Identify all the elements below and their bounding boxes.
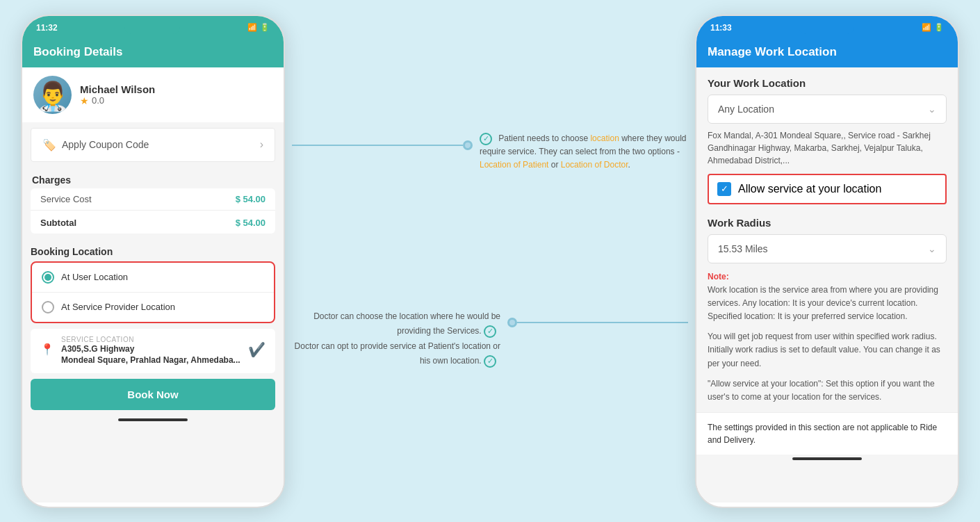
left-time: 11:32 (36, 23, 58, 33)
charges-card: Service Cost $ 54.00 Subtotal $ 54.00 (31, 188, 275, 234)
coupon-chevron: › (260, 138, 263, 151)
right-header-title: Manage Work Location (708, 45, 837, 59)
annotation-bottom-line1: Doctor can choose the location where he … (292, 309, 500, 339)
note-line1: Work location is the service area from w… (708, 284, 947, 324)
charges-container: Charges Service Cost $ 54.00 Subtotal $ … (22, 168, 284, 234)
coupon-label: Apply Coupon Code (62, 139, 149, 150)
connector-line-top-left (292, 145, 463, 146)
location-options: At User Location At Service Provider Loc… (31, 261, 275, 323)
wifi-icon: 📶 (247, 23, 257, 32)
radio-provider-location[interactable] (42, 301, 54, 313)
service-location-info: SERVICE LOCATION A305,S.G Highway Mondea… (61, 336, 240, 367)
note-line2: You will get job request from user withi… (708, 330, 947, 370)
bottom-annotation-text: Doctor can choose the location where he … (292, 309, 500, 369)
allow-checkbox[interactable]: ✓ (717, 182, 731, 196)
top-annotation: ✓ Patient needs to choose location where… (292, 132, 688, 172)
radio-user-location[interactable] (42, 271, 54, 284)
avatar-image: 👨‍⚕️ (33, 76, 72, 114)
service-location-address1: A305,S.G Highway (61, 343, 240, 355)
service-cost-row: Service Cost $ 54.00 (31, 188, 275, 210)
work-location-address: Fox Mandal, A-301 Mondeal Square,, Servi… (708, 129, 947, 167)
right-status-bar: 11:33 📶 🔋 (696, 16, 958, 37)
right-notch (799, 22, 854, 34)
left-back-arrow[interactable]: ← (33, 44, 46, 59)
location-pin-icon: 📍 (40, 343, 54, 356)
work-location-title: Your Work Location (696, 67, 958, 95)
location-dropdown[interactable]: Any Location ⌄ (708, 95, 947, 124)
right-app-header: ← Manage Work Location (696, 37, 958, 67)
location-check-icon: ✔️ (248, 341, 266, 358)
check-circle-bottom2: ✓ (484, 355, 496, 368)
note-title: Note: (708, 270, 947, 284)
work-radius-title: Work Radius (696, 211, 958, 234)
note-line3: "Allow service at your location": Set th… (708, 377, 947, 404)
radius-chevron: ⌄ (928, 243, 936, 254)
annotation-top-line1: Patient needs to choose location where t… (480, 133, 687, 170)
home-indicator (118, 418, 188, 421)
right-phone-content: Your Work Location Any Location ⌄ Fox Ma… (696, 67, 958, 503)
subtotal-value: $ 54.00 (236, 218, 266, 228)
coupon-icon: 🏷️ (42, 138, 56, 152)
profile-info: Michael Wilson ★ 0.0 (80, 83, 155, 106)
left-phone-content: 👨‍⚕️ Michael Wilson ★ 0.0 🏷️ Apply Coupo… (22, 67, 284, 503)
right-battery-icon: 🔋 (934, 23, 944, 32)
service-location-label: SERVICE LOCATION (61, 336, 240, 343)
left-status-icons: 📶 🔋 (247, 23, 270, 32)
user-location-label: At User Location (61, 272, 128, 282)
connector-line-bottom-right (517, 322, 688, 323)
annotation-bottom-line2: Doctor can opt to provide service at Pat… (292, 339, 500, 369)
right-phone: 11:33 📶 🔋 ← Manage Work Location Your Wo… (695, 15, 959, 508)
check-circle-top: ✓ (480, 133, 492, 145)
avatar: 👨‍⚕️ (33, 76, 72, 114)
service-cost-label: Service Cost (40, 194, 92, 204)
service-cost-value: $ 54.00 (236, 194, 266, 204)
left-phone: 11:32 📶 🔋 ← Booking Details 👨‍⚕️ Michael… (21, 15, 285, 508)
battery-icon: 🔋 (260, 23, 270, 32)
left-status-bar: 11:32 📶 🔋 (22, 16, 284, 37)
rating-value: 0.0 (92, 95, 104, 106)
subtotal-row: Subtotal $ 54.00 (31, 210, 275, 234)
right-time: 11:33 (710, 23, 732, 33)
right-status-icons: 📶 🔋 (922, 23, 944, 32)
charges-title: Charges (22, 168, 284, 188)
doctor-name: Michael Wilson (80, 83, 155, 95)
radius-dropdown[interactable]: 15.53 Miles ⌄ (708, 234, 947, 263)
right-wifi-icon: 📶 (922, 23, 931, 32)
option-user-location[interactable]: At User Location (32, 263, 274, 292)
dropdown-value: Any Location (718, 104, 774, 115)
provider-location-label: At Service Provider Location (61, 302, 175, 312)
service-location-address2: Mondeal Square, Prahlad Nagar, Ahmedaba.… (61, 354, 240, 366)
left-notch (124, 22, 180, 34)
left-header-title: Booking Details (33, 45, 122, 59)
coupon-section[interactable]: 🏷️ Apply Coupon Code › (31, 128, 275, 162)
booking-location-title: Booking Location (22, 239, 284, 261)
connector-dot-top (463, 140, 473, 150)
subtotal-label: Subtotal (40, 218, 76, 228)
dropdown-chevron: ⌄ (928, 104, 936, 115)
left-app-header: ← Booking Details (22, 37, 284, 67)
allow-checkbox-row[interactable]: ✓ Allow service at your location (708, 174, 947, 204)
book-now-button[interactable]: Book Now (31, 379, 275, 410)
right-back-arrow[interactable]: ← (708, 44, 720, 59)
star-icon: ★ (80, 95, 89, 106)
note-section: Note: Work location is the service area … (708, 270, 947, 405)
radius-value: 15.53 Miles (718, 243, 768, 254)
bottom-annotation: Doctor can choose the location where he … (292, 309, 688, 369)
coupon-left: 🏷️ Apply Coupon Code (42, 138, 149, 152)
right-home-indicator (792, 457, 862, 460)
profile-section: 👨‍⚕️ Michael Wilson ★ 0.0 (22, 67, 284, 122)
footer-note: The settings provided in this section ar… (696, 412, 958, 455)
top-annotation-text: ✓ Patient needs to choose location where… (480, 132, 688, 172)
allow-label: Allow service at your location (738, 183, 881, 195)
option-provider-location[interactable]: At Service Provider Location (32, 292, 274, 322)
rating-row: ★ 0.0 (80, 95, 155, 106)
connector-dot-bottom (507, 318, 517, 327)
middle-annotation-area: ✓ Patient needs to choose location where… (285, 14, 695, 508)
service-location-section: 📍 SERVICE LOCATION A305,S.G Highway Mond… (31, 329, 275, 374)
check-circle-bottom1: ✓ (484, 325, 496, 338)
